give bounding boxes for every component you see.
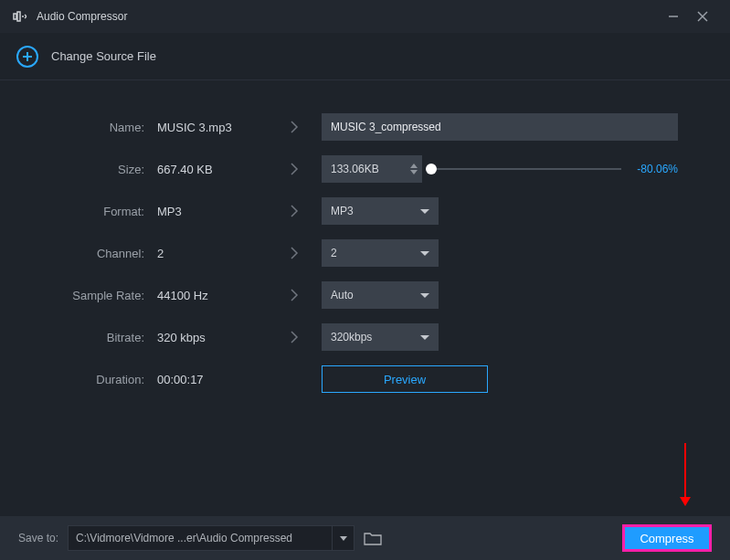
channel-current: 2: [157, 247, 267, 260]
row-samplerate: Sample Rate: 44100 Hz Auto: [20, 274, 710, 316]
svg-rect-1: [17, 12, 20, 21]
size-label: Size:: [20, 163, 157, 176]
bitrate-selected: 320kbps: [331, 331, 420, 343]
row-format: Format: MP3 MP3: [20, 190, 710, 232]
row-name: Name: MUSIC 3.mp3: [20, 106, 710, 148]
channel-select[interactable]: 2: [322, 239, 439, 267]
size-current: 667.40 KB: [157, 163, 267, 176]
arrow-icon: [267, 162, 322, 176]
compress-button[interactable]: Compress: [622, 524, 712, 552]
app-title: Audio Compressor: [37, 10, 127, 23]
chevron-down-icon: [420, 335, 429, 340]
format-select[interactable]: MP3: [322, 197, 439, 225]
samplerate-current: 44100 Hz: [157, 289, 267, 302]
path-box: [68, 525, 354, 551]
titlebar: Audio Compressor: [0, 0, 730, 33]
arrow-icon: [267, 330, 322, 344]
name-input[interactable]: [322, 113, 678, 141]
duration-current: 00:00:17: [157, 373, 267, 386]
size-new-value: 133.06KB: [322, 163, 406, 175]
row-size: Size: 667.40 KB 133.06KB -80.06%: [20, 148, 710, 190]
chevron-down-icon: [340, 536, 347, 541]
samplerate-label: Sample Rate:: [20, 289, 157, 302]
annotation-arrow: [684, 443, 686, 505]
row-channel: Channel: 2 2: [20, 232, 710, 274]
duration-label: Duration:: [20, 373, 157, 386]
samplerate-selected: Auto: [331, 289, 420, 301]
size-percent: -80.06%: [630, 163, 678, 175]
arrow-icon: [267, 246, 322, 260]
row-bitrate: Bitrate: 320 kbps 320kbps: [20, 316, 710, 358]
save-path-input[interactable]: [68, 525, 333, 551]
add-source-button[interactable]: [16, 46, 38, 68]
minimize-button[interactable]: [659, 4, 688, 29]
saveto-label: Save to:: [18, 532, 58, 544]
path-dropdown-button[interactable]: [333, 525, 354, 551]
open-folder-button[interactable]: [364, 531, 382, 545]
arrow-icon: [267, 288, 322, 302]
change-source-row: Change Source File: [0, 33, 730, 80]
channel-label: Channel:: [20, 247, 157, 260]
samplerate-select[interactable]: Auto: [322, 281, 439, 309]
name-current: MUSIC 3.mp3: [157, 121, 267, 134]
size-spinner[interactable]: 133.06KB: [322, 155, 422, 183]
size-slider[interactable]: [431, 168, 621, 170]
preview-button[interactable]: Preview: [322, 365, 488, 393]
app-icon: [13, 10, 29, 23]
close-button[interactable]: [688, 4, 717, 29]
footer-bar: Save to: Compress: [0, 516, 730, 560]
channel-selected: 2: [331, 247, 420, 259]
spinner-down-icon[interactable]: [410, 170, 418, 174]
chevron-down-icon: [420, 209, 429, 214]
chevron-down-icon: [420, 293, 429, 298]
bitrate-current: 320 kbps: [157, 331, 267, 344]
bitrate-select[interactable]: 320kbps: [322, 323, 439, 351]
form-area: Name: MUSIC 3.mp3 Size: 667.40 KB 133.06…: [0, 80, 730, 400]
slider-thumb[interactable]: [426, 164, 437, 174]
chevron-down-icon: [420, 251, 429, 256]
arrow-icon: [267, 120, 322, 134]
arrow-icon: [267, 204, 322, 218]
format-current: MP3: [157, 205, 267, 218]
spinner-up-icon[interactable]: [410, 164, 418, 168]
bitrate-label: Bitrate:: [20, 331, 157, 344]
svg-rect-0: [14, 14, 16, 19]
name-label: Name:: [20, 121, 157, 134]
row-duration: Duration: 00:00:17 Preview: [20, 358, 710, 400]
format-label: Format:: [20, 205, 157, 218]
format-selected: MP3: [331, 205, 420, 217]
change-source-label[interactable]: Change Source File: [51, 49, 156, 63]
